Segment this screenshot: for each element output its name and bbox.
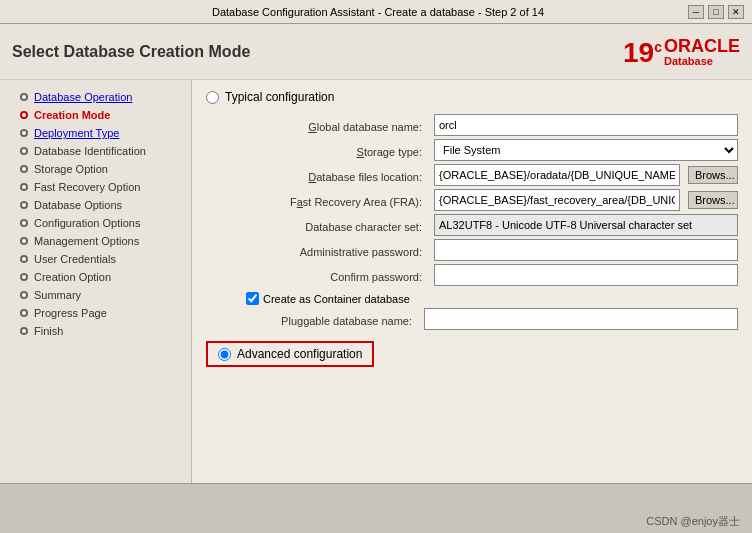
sidebar-dot-progress-page bbox=[20, 309, 28, 317]
sidebar-item-creation-option[interactable]: Creation Option bbox=[0, 268, 191, 286]
fast-recovery-label: Fast Recovery Area (FRA): bbox=[246, 193, 426, 208]
sidebar-item-label: Fast Recovery Option bbox=[34, 181, 140, 193]
db-charset-label: Database character set: bbox=[246, 218, 426, 233]
sidebar-item-label: Management Options bbox=[34, 235, 139, 247]
container-db-label: Create as Container database bbox=[263, 293, 410, 305]
form-row-global-db-name: Global database name: bbox=[246, 114, 738, 136]
db-charset-input[interactable] bbox=[434, 214, 738, 236]
oracle-text: ORACLE Database bbox=[664, 37, 740, 67]
sidebar-dot-database-operation bbox=[20, 93, 28, 101]
sidebar-dot-fast-recovery bbox=[20, 183, 28, 191]
db-files-location-label: Database files location: bbox=[246, 168, 426, 183]
oracle-logo: 19c ORACLE Database bbox=[623, 37, 740, 67]
pluggable-db-label: Pluggable database name: bbox=[236, 312, 416, 327]
form-row-fast-recovery: Fast Recovery Area (FRA): Brows... bbox=[246, 189, 738, 211]
sidebar-item-finish[interactable]: Finish bbox=[0, 322, 191, 340]
oracle-version: 19c bbox=[623, 39, 662, 67]
sidebar-item-label: Deployment Type bbox=[34, 127, 119, 139]
confirm-password-input[interactable] bbox=[434, 264, 738, 286]
admin-password-label: Administrative password: bbox=[246, 243, 426, 258]
sidebar-item-label: Creation Option bbox=[34, 271, 111, 283]
db-files-location-browse-button[interactable]: Brows... bbox=[688, 166, 738, 184]
sidebar-item-fast-recovery-option[interactable]: Fast Recovery Option bbox=[0, 178, 191, 196]
sidebar-item-deployment-type[interactable]: Deployment Type bbox=[0, 124, 191, 142]
page-title: Select Database Creation Mode bbox=[12, 43, 250, 61]
title-bar-text: Database Configuration Assistant - Creat… bbox=[68, 6, 688, 18]
sidebar-dot-database-options bbox=[20, 201, 28, 209]
sidebar-dot-creation-mode bbox=[20, 111, 28, 119]
sidebar-item-label: Storage Option bbox=[34, 163, 108, 175]
form-row-admin-password: Administrative password: bbox=[246, 239, 738, 261]
sidebar-dot-deployment-type bbox=[20, 129, 28, 137]
sidebar-dot-finish bbox=[20, 327, 28, 335]
maximize-button[interactable]: □ bbox=[708, 5, 724, 19]
fast-recovery-browse-button[interactable]: Brows... bbox=[688, 191, 738, 209]
sidebar-dot-user-credentials bbox=[20, 255, 28, 263]
advanced-config-section: Advanced configuration bbox=[206, 341, 374, 367]
sidebar-item-label: Summary bbox=[34, 289, 81, 301]
main-window: Select Database Creation Mode 19c ORACLE… bbox=[0, 24, 752, 533]
close-button[interactable]: ✕ bbox=[728, 5, 744, 19]
sidebar-item-label: Configuration Options bbox=[34, 217, 140, 229]
sidebar-item-summary[interactable]: Summary bbox=[0, 286, 191, 304]
sidebar-dot-summary bbox=[20, 291, 28, 299]
form-row-confirm-password: Confirm password: bbox=[246, 264, 738, 286]
container-db-checkbox-row: Create as Container database bbox=[246, 292, 738, 305]
typical-config-label: Typical configuration bbox=[225, 90, 334, 104]
sidebar-item-label: User Credentials bbox=[34, 253, 116, 265]
sidebar-item-progress-page[interactable]: Progress Page bbox=[0, 304, 191, 322]
minimize-button[interactable]: ─ bbox=[688, 5, 704, 19]
sidebar-item-label: Finish bbox=[34, 325, 63, 337]
sidebar-item-user-credentials[interactable]: User Credentials bbox=[0, 250, 191, 268]
sidebar-item-management-options[interactable]: Management Options bbox=[0, 232, 191, 250]
sidebar-dot-database-identification bbox=[20, 147, 28, 155]
sidebar-item-configuration-options[interactable]: Configuration Options bbox=[0, 214, 191, 232]
pluggable-db-input[interactable] bbox=[424, 308, 738, 330]
sidebar-item-label: Creation Mode bbox=[34, 109, 110, 121]
container-db-checkbox[interactable] bbox=[246, 292, 259, 305]
form-row-db-files-location: Database files location: Brows... bbox=[246, 164, 738, 186]
oracle-name: ORACLE bbox=[664, 37, 740, 55]
form-row-db-charset: Database character set: bbox=[246, 214, 738, 236]
global-db-name-label: Global database name: bbox=[246, 118, 426, 133]
global-db-name-input[interactable] bbox=[434, 114, 738, 136]
main-panel: Typical configuration Global database na… bbox=[192, 80, 752, 483]
typical-config-section: Typical configuration bbox=[206, 90, 738, 104]
form-row-pluggable-db: Pluggable database name: bbox=[236, 308, 738, 330]
title-bar-buttons: ─ □ ✕ bbox=[688, 5, 744, 19]
sidebar-dot-management-options bbox=[20, 237, 28, 245]
admin-password-input[interactable] bbox=[434, 239, 738, 261]
fast-recovery-input[interactable] bbox=[434, 189, 680, 211]
storage-type-select[interactable]: File System bbox=[434, 139, 738, 161]
typical-config-radio-label[interactable]: Typical configuration bbox=[206, 90, 738, 104]
content-area: Database Operation Creation Mode Deploym… bbox=[0, 80, 752, 483]
title-bar: Database Configuration Assistant - Creat… bbox=[0, 0, 752, 24]
typical-config-form: Global database name: Storage type: File… bbox=[226, 114, 738, 330]
sidebar-dot-configuration-options bbox=[20, 219, 28, 227]
sidebar-item-label: Database Operation bbox=[34, 91, 132, 103]
sidebar: Database Operation Creation Mode Deploym… bbox=[0, 80, 192, 483]
sidebar-item-label: Database Identification bbox=[34, 145, 146, 157]
oracle-db-label: Database bbox=[664, 55, 713, 67]
sidebar-dot-creation-option bbox=[20, 273, 28, 281]
sidebar-dot-storage-option bbox=[20, 165, 28, 173]
sidebar-item-storage-option[interactable]: Storage Option bbox=[0, 160, 191, 178]
advanced-config-radio-label[interactable]: Advanced configuration bbox=[206, 341, 374, 367]
csdn-watermark: CSDN @enjoy器士 bbox=[646, 514, 740, 529]
form-row-storage-type: Storage type: File System bbox=[246, 139, 738, 161]
typical-config-radio[interactable] bbox=[206, 91, 219, 104]
sidebar-item-database-operation[interactable]: Database Operation bbox=[0, 88, 191, 106]
db-files-location-input[interactable] bbox=[434, 164, 680, 186]
sidebar-item-creation-mode[interactable]: Creation Mode bbox=[0, 106, 191, 124]
header: Select Database Creation Mode 19c ORACLE… bbox=[0, 24, 752, 80]
sidebar-item-label: Progress Page bbox=[34, 307, 107, 319]
sidebar-item-label: Database Options bbox=[34, 199, 122, 211]
advanced-config-label: Advanced configuration bbox=[237, 347, 362, 361]
advanced-config-radio[interactable] bbox=[218, 348, 231, 361]
sidebar-item-database-identification[interactable]: Database Identification bbox=[0, 142, 191, 160]
confirm-password-label: Confirm password: bbox=[246, 268, 426, 283]
storage-type-label: Storage type: bbox=[246, 143, 426, 158]
sidebar-item-database-options[interactable]: Database Options bbox=[0, 196, 191, 214]
bottom-bar: CSDN @enjoy器士 bbox=[0, 483, 752, 533]
